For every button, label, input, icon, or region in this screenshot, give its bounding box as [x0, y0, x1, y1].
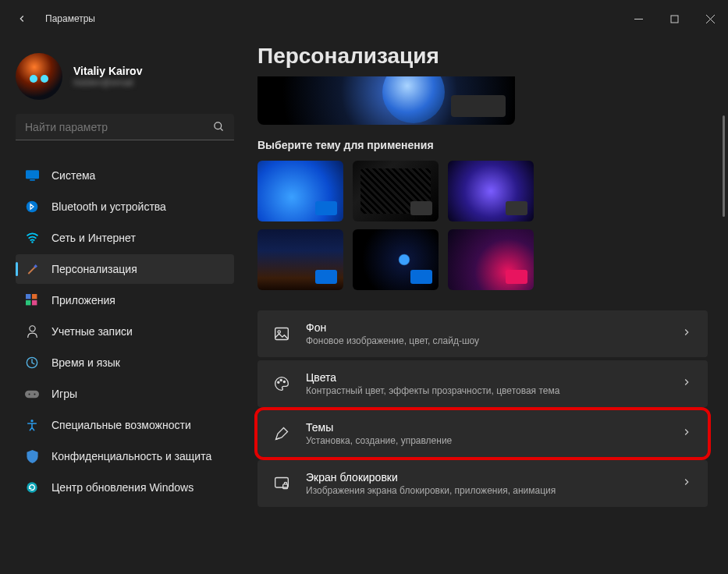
theme-option-3[interactable]	[448, 161, 534, 221]
lockscreen-icon	[273, 476, 290, 491]
gamepad-icon	[25, 389, 39, 399]
sidebar-item-system[interactable]: Система	[16, 161, 234, 190]
desktop-preview	[257, 76, 515, 125]
svg-point-8	[27, 201, 38, 213]
sidebar-item-label: Bluetooth и устройства	[51, 200, 166, 213]
accessibility-icon	[25, 419, 39, 431]
setting-themes[interactable]: Темы Установка, создание, управление	[257, 410, 708, 457]
svg-point-19	[34, 393, 35, 395]
sidebar-item-apps[interactable]: Приложения	[16, 285, 234, 315]
maximize-button[interactable]	[656, 3, 692, 34]
svg-point-4	[215, 122, 222, 129]
wifi-icon	[25, 232, 39, 243]
scrollbar-thumb[interactable]	[723, 115, 725, 217]
svg-rect-6	[26, 170, 39, 179]
close-button[interactable]	[692, 3, 728, 34]
svg-point-26	[283, 381, 285, 382]
monitor-icon	[25, 170, 39, 181]
sidebar-item-label: Центр обновления Windows	[51, 481, 194, 494]
user-profile[interactable]: Vitaliy Kairov hidden@email	[16, 53, 234, 100]
theme-section-label: Выберите тему для применения	[257, 139, 708, 151]
svg-point-20	[30, 420, 33, 422]
svg-point-24	[278, 381, 279, 383]
theme-option-4[interactable]	[257, 229, 343, 290]
brush-icon	[25, 263, 39, 275]
theme-option-2[interactable]	[353, 161, 439, 221]
row-title: Темы	[306, 421, 666, 434]
theme-option-6[interactable]	[448, 229, 534, 290]
svg-point-21	[27, 482, 37, 492]
search-box[interactable]	[16, 114, 234, 140]
bluetooth-icon	[25, 200, 39, 213]
row-subtitle: Контрастный цвет, эффекты прозрачности, …	[306, 385, 666, 396]
chevron-right-icon	[681, 477, 692, 491]
svg-point-9	[31, 241, 34, 243]
sidebar-item-accessibility[interactable]: Специальные возможности	[16, 410, 234, 440]
sidebar-item-label: Время и язык	[51, 356, 120, 369]
user-name: Vitaliy Kairov	[73, 65, 142, 77]
sidebar-item-label: Конфиденциальность и защита	[51, 450, 211, 462]
sidebar-item-label: Персонализация	[51, 263, 137, 275]
sidebar-item-privacy[interactable]: Конфиденциальность и защита	[16, 441, 234, 471]
svg-line-5	[220, 128, 222, 130]
svg-rect-17	[25, 390, 39, 398]
row-subtitle: Изображения экрана блокировки, приложени…	[306, 485, 666, 496]
back-button[interactable]	[16, 12, 28, 25]
row-title: Экран блокировки	[306, 471, 666, 484]
pen-icon	[273, 426, 290, 441]
svg-rect-28	[283, 484, 288, 489]
setting-colors[interactable]: Цвета Контрастный цвет, эффекты прозрачн…	[257, 360, 708, 407]
row-subtitle: Фоновое изображение, цвет, слайд-шоу	[306, 335, 666, 346]
setting-lockscreen[interactable]: Экран блокировки Изображения экрана блок…	[257, 460, 708, 507]
sidebar-item-bluetooth[interactable]: Bluetooth и устройства	[16, 192, 234, 221]
svg-point-25	[280, 379, 282, 381]
sidebar-item-label: Приложения	[51, 294, 115, 306]
page-title: Персонализация	[257, 44, 708, 69]
chevron-right-icon	[681, 377, 692, 391]
search-input[interactable]	[25, 121, 195, 133]
search-icon	[213, 121, 225, 133]
sidebar-item-network[interactable]: Сеть и Интернет	[16, 223, 234, 253]
svg-point-18	[29, 393, 30, 395]
row-subtitle: Установка, создание, управление	[306, 435, 666, 446]
avatar	[16, 53, 62, 100]
svg-rect-11	[26, 294, 30, 299]
sidebar-item-label: Специальные возможности	[51, 419, 191, 431]
chevron-right-icon	[681, 427, 692, 441]
apps-icon	[25, 294, 39, 306]
svg-rect-1	[671, 16, 678, 23]
svg-rect-14	[32, 300, 37, 305]
svg-point-23	[278, 331, 280, 333]
sidebar-item-accounts[interactable]: Учетные записи	[16, 317, 234, 346]
clock-globe-icon	[25, 356, 39, 369]
row-title: Фон	[306, 321, 666, 334]
person-icon	[25, 325, 39, 338]
minimize-button[interactable]	[620, 3, 656, 34]
sidebar-item-label: Учетные записи	[51, 325, 133, 338]
theme-option-1[interactable]	[257, 161, 343, 221]
chevron-right-icon	[681, 327, 692, 341]
window-title: Параметры	[45, 13, 95, 24]
image-icon	[273, 326, 290, 342]
svg-rect-7	[30, 179, 35, 181]
setting-background[interactable]: Фон Фоновое изображение, цвет, слайд-шоу	[257, 310, 708, 357]
svg-rect-13	[26, 300, 30, 305]
row-title: Цвета	[306, 371, 666, 384]
svg-rect-12	[32, 294, 37, 299]
theme-option-5[interactable]	[353, 229, 439, 290]
svg-point-15	[29, 326, 34, 331]
sidebar-item-label: Сеть и Интернет	[51, 232, 136, 244]
sidebar-item-personalization[interactable]: Персонализация	[16, 254, 234, 284]
sidebar-item-windows-update[interactable]: Центр обновления Windows	[16, 473, 234, 502]
update-icon	[25, 481, 39, 494]
shield-icon	[25, 450, 39, 463]
user-email: hidden@email	[73, 77, 142, 88]
sidebar-item-label: Система	[51, 169, 95, 182]
sidebar-item-time-language[interactable]: Время и язык	[16, 348, 234, 377]
sidebar-item-gaming[interactable]: Игры	[16, 379, 234, 409]
sidebar-item-label: Игры	[51, 388, 77, 400]
palette-icon	[273, 376, 290, 392]
svg-rect-22	[275, 328, 289, 340]
